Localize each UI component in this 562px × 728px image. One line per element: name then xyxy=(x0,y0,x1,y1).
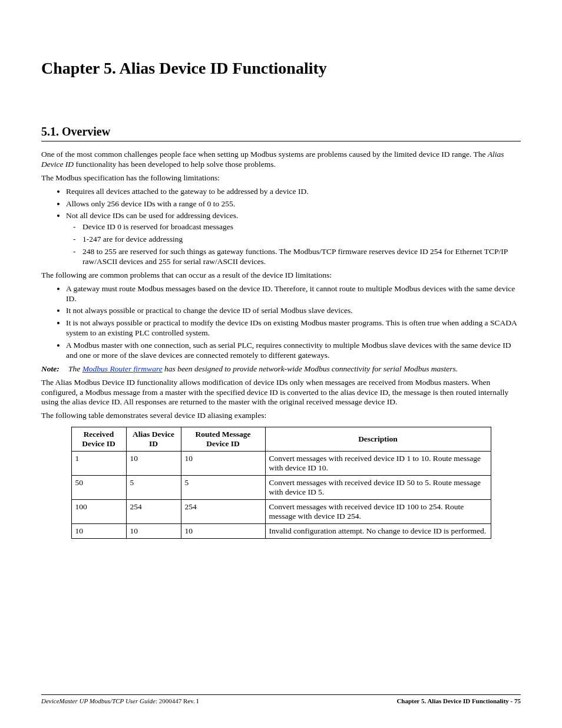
section-rule xyxy=(41,141,521,141)
cell-received: 10 xyxy=(71,524,126,539)
list-item: 1-247 are for device addressing xyxy=(82,235,521,245)
paragraph-table-intro: The following table demonstrates several… xyxy=(41,411,521,421)
paragraph-functionality: The Alias Modbus Device ID functionality… xyxy=(41,378,521,408)
col-description-header: Description xyxy=(265,427,491,452)
sub-list: Device ID 0 is reserved for broadcast me… xyxy=(66,222,521,267)
cell-routed: 10 xyxy=(181,524,265,539)
aliasing-table: Received Device ID Alias Device ID Route… xyxy=(71,427,491,539)
cell-description: Convert messages with received device ID… xyxy=(265,476,491,500)
problems-list: A gateway must route Modbus messages bas… xyxy=(41,284,521,361)
chapter-title: Chapter 5. Alias Device ID Functionality xyxy=(41,59,521,78)
text: Not all device IDs can be used for addre… xyxy=(66,211,238,220)
paragraph-problems-intro: The following are common problems that c… xyxy=(41,271,521,281)
cell-description: Convert messages with received device ID… xyxy=(265,500,491,524)
cell-description: Invalid configuration attempt. No change… xyxy=(265,524,491,539)
cell-alias: 10 xyxy=(126,452,181,476)
page-footer: DeviceMaster UP Modbus/TCP User Guide: 2… xyxy=(41,694,521,704)
cell-alias: 5 xyxy=(126,476,181,500)
modbus-router-firmware-link[interactable]: Modbus Router firmware xyxy=(82,364,163,373)
col-received-header: Received Device ID xyxy=(71,427,126,452)
table-row: 50 5 5 Convert messages with received de… xyxy=(71,476,491,500)
list-item: 248 to 255 are reserved for such things … xyxy=(82,247,521,267)
list-item: Device ID 0 is reserved for broadcast me… xyxy=(82,222,521,232)
cell-routed: 254 xyxy=(181,500,265,524)
page: Chapter 5. Alias Device ID Functionality… xyxy=(0,0,562,728)
text: has been designed to provide network-wid… xyxy=(163,364,458,373)
cell-received: 1 xyxy=(71,452,126,476)
list-item: Not all device IDs can be used for addre… xyxy=(66,211,521,266)
cell-received: 100 xyxy=(71,500,126,524)
text: One of the most common challenges people… xyxy=(41,150,488,159)
footer-guide-title: DeviceMaster UP Modbus/TCP User Guide xyxy=(41,697,156,704)
footer-rev: : 2000447 Rev. I xyxy=(156,697,199,704)
limitations-list: Requires all devices attached to the gat… xyxy=(41,187,521,267)
text: The xyxy=(68,364,82,373)
list-item: Allows only 256 device IDs with a range … xyxy=(66,199,521,209)
footer-left: DeviceMaster UP Modbus/TCP User Guide: 2… xyxy=(41,697,199,704)
table-row: 100 254 254 Convert messages with receiv… xyxy=(71,500,491,524)
list-item: A Modbus master with one connection, suc… xyxy=(66,341,521,361)
table-header-row: Received Device ID Alias Device ID Route… xyxy=(71,427,491,452)
table-row: 10 10 10 Invalid configuration attempt. … xyxy=(71,524,491,539)
footer-right: Chapter 5. Alias Device ID Functionality… xyxy=(396,697,521,704)
cell-routed: 5 xyxy=(181,476,265,500)
text: functionality has been developed to help… xyxy=(74,160,276,169)
table-row: 1 10 10 Convert messages with received d… xyxy=(71,452,491,476)
cell-description: Convert messages with received device ID… xyxy=(265,452,491,476)
note: Note: The Modbus Router firmware has bee… xyxy=(41,364,521,374)
cell-routed: 10 xyxy=(181,452,265,476)
cell-alias: 254 xyxy=(126,500,181,524)
note-label: Note: xyxy=(41,364,59,374)
cell-received: 50 xyxy=(71,476,126,500)
col-routed-header: Routed Message Device ID xyxy=(181,427,265,452)
list-item: Requires all devices attached to the gat… xyxy=(66,187,521,197)
cell-alias: 10 xyxy=(126,524,181,539)
section-title: 5.1. Overview xyxy=(41,125,521,139)
list-item: It not always possible or practical to c… xyxy=(66,306,521,316)
col-alias-header: Alias Device ID xyxy=(126,427,181,452)
list-item: It is not always possible or practical t… xyxy=(66,318,521,338)
paragraph-spec-intro: The Modbus specification has the followi… xyxy=(41,173,521,183)
paragraph-intro: One of the most common challenges people… xyxy=(41,150,521,170)
list-item: A gateway must route Modbus messages bas… xyxy=(66,284,521,304)
